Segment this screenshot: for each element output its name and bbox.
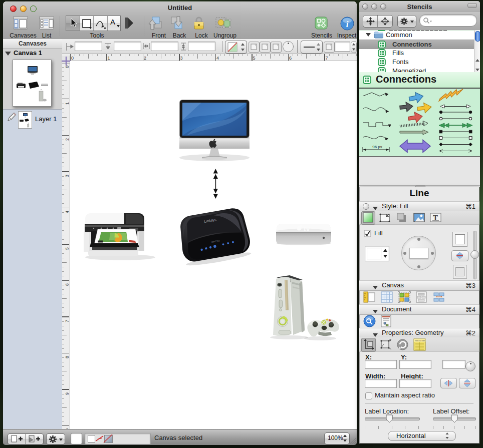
svg-text:96 px: 96 px xyxy=(372,145,382,149)
svg-text:This is a note: This is a note xyxy=(415,340,425,342)
svg-text:i: i xyxy=(346,20,349,29)
svg-text:tv: tv xyxy=(304,225,310,233)
